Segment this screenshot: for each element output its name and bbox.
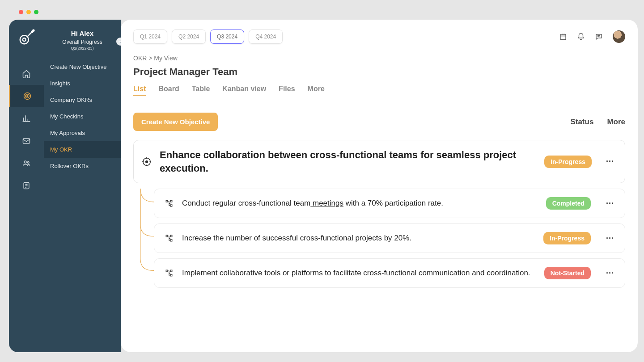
quarter-tab-q3[interactable]: Q3 2024 bbox=[210, 29, 244, 44]
topbar: Q1 2024 Q2 2024 Q3 2024 Q4 2024 bbox=[133, 29, 625, 44]
svg-rect-31 bbox=[166, 236, 168, 237]
svg-rect-35 bbox=[170, 270, 172, 272]
svg-rect-34 bbox=[166, 270, 168, 272]
kr-more-icon[interactable]: ··· bbox=[606, 269, 614, 278]
side-item-rollover-okrs[interactable]: Rollover OKRs bbox=[44, 158, 121, 174]
kr-text: Implement collaborative tools or platfor… bbox=[182, 269, 535, 278]
svg-point-5 bbox=[33, 30, 34, 31]
hierarchy-icon bbox=[165, 234, 173, 242]
progress-label: Overall Progress bbox=[47, 39, 117, 45]
side-item-my-approvals[interactable]: My Approvals bbox=[44, 125, 121, 141]
app-logo-icon[interactable] bbox=[17, 28, 36, 47]
svg-point-0 bbox=[20, 35, 29, 44]
calendar-icon[interactable] bbox=[559, 33, 567, 41]
app-root: Hi Alex Overall Progress Q2(2022-23) Cre… bbox=[9, 20, 638, 352]
create-objective-button[interactable]: Create New Objective bbox=[133, 113, 218, 131]
svg-rect-28 bbox=[166, 201, 168, 202]
bell-icon[interactable] bbox=[577, 33, 585, 41]
main: Q1 2024 Q2 2024 Q3 2024 Q4 2024 OKR > My… bbox=[121, 20, 638, 352]
side-list: Create New Objective Insights Company OK… bbox=[44, 59, 121, 174]
key-results: Conduct regular cross-functional team me… bbox=[154, 189, 625, 288]
view-tab-kanban[interactable]: Kanban view bbox=[222, 85, 266, 96]
dot-maximize-icon bbox=[34, 10, 38, 14]
kr-pre: Increase the number of successful cross-… bbox=[182, 234, 411, 242]
svg-point-4 bbox=[31, 31, 33, 33]
quarter-tab-q2[interactable]: Q2 2024 bbox=[172, 29, 206, 44]
actions-row: Create New Objective Status More bbox=[133, 113, 625, 131]
breadcrumb-leaf[interactable]: My View bbox=[154, 55, 178, 62]
svg-rect-16 bbox=[560, 34, 566, 40]
actions-right: Status More bbox=[570, 118, 625, 126]
kr-pre: Conduct regular cross-functional team bbox=[182, 199, 310, 207]
chat-icon[interactable] bbox=[595, 33, 603, 41]
column-more[interactable]: More bbox=[607, 118, 625, 126]
content: Enhance collaboration between cross-func… bbox=[133, 140, 625, 288]
view-tab-files[interactable]: Files bbox=[279, 85, 295, 96]
kr-ul: meetings bbox=[310, 199, 343, 207]
breadcrumb-root[interactable]: OKR bbox=[133, 55, 147, 62]
kr-more-icon[interactable]: ··· bbox=[606, 199, 614, 208]
kr-card[interactable]: Implement collaborative tools or platfor… bbox=[154, 258, 625, 288]
top-icons bbox=[559, 30, 625, 43]
rail-team-icon[interactable] bbox=[9, 152, 44, 174]
objective-more-icon[interactable]: ··· bbox=[606, 157, 614, 166]
side-item-company-okrs[interactable]: Company OKRs bbox=[44, 92, 121, 108]
kr-text: Increase the number of successful cross-… bbox=[182, 234, 534, 243]
svg-rect-30 bbox=[170, 205, 172, 206]
objective-title: Enhance collaboration between cross-func… bbox=[160, 148, 536, 175]
rail-home-icon[interactable] bbox=[9, 63, 44, 85]
svg-rect-33 bbox=[170, 240, 172, 241]
side-item-my-checkins[interactable]: My Checkins bbox=[44, 108, 121, 125]
kr-text: Conduct regular cross-functional team me… bbox=[182, 199, 537, 208]
kr-pre: Implement collaborative tools or platfor… bbox=[182, 269, 530, 277]
connector-lines-icon bbox=[140, 189, 154, 288]
kr-more-icon[interactable]: ··· bbox=[606, 234, 614, 243]
dot-close-icon bbox=[19, 10, 23, 14]
kr-post: with a 70% participation rate. bbox=[343, 199, 443, 207]
icon-rail bbox=[9, 20, 44, 352]
view-tabs: List Board Table Kanban view Files More bbox=[133, 85, 625, 96]
svg-point-10 bbox=[24, 161, 26, 163]
svg-rect-9 bbox=[23, 139, 30, 143]
view-tab-board[interactable]: Board bbox=[158, 85, 179, 96]
rail-analytics-icon[interactable] bbox=[9, 107, 44, 130]
rail-okr-icon[interactable] bbox=[9, 85, 44, 107]
side-item-create-objective[interactable]: Create New Objective bbox=[44, 59, 121, 75]
page-title: Project Manager Team bbox=[133, 66, 625, 78]
side-item-insights[interactable]: Insights bbox=[44, 75, 121, 92]
dot-minimize-icon bbox=[26, 10, 31, 14]
greeting: Hi Alex bbox=[47, 29, 117, 37]
view-tab-more[interactable]: More bbox=[308, 85, 325, 96]
hierarchy-icon bbox=[165, 269, 173, 277]
rail-tasks-icon[interactable] bbox=[9, 174, 44, 197]
kr-card[interactable]: Increase the number of successful cross-… bbox=[154, 223, 625, 253]
side-panel: Hi Alex Overall Progress Q2(2022-23) Cre… bbox=[44, 20, 121, 352]
status-badge: Completed bbox=[546, 197, 591, 210]
status-badge: In-Progress bbox=[544, 156, 592, 168]
svg-rect-32 bbox=[170, 236, 172, 237]
side-header: Hi Alex Overall Progress Q2(2022-23) bbox=[44, 20, 121, 57]
svg-point-11 bbox=[27, 162, 29, 164]
progress-period: Q2(2022-23) bbox=[47, 46, 117, 51]
objective-card[interactable]: Enhance collaboration between cross-func… bbox=[133, 140, 625, 183]
status-badge: In-Progress bbox=[543, 232, 591, 244]
column-status[interactable]: Status bbox=[570, 118, 593, 126]
breadcrumb: OKR > My View bbox=[133, 55, 625, 62]
kr-card[interactable]: Conduct regular cross-functional team me… bbox=[154, 189, 625, 218]
view-tab-list[interactable]: List bbox=[133, 85, 146, 96]
view-tab-table[interactable]: Table bbox=[192, 85, 210, 96]
svg-point-23 bbox=[146, 160, 148, 163]
status-badge: Not-Started bbox=[544, 267, 591, 279]
svg-rect-29 bbox=[170, 201, 172, 202]
svg-point-8 bbox=[26, 96, 28, 97]
side-item-my-okr[interactable]: My OKR bbox=[44, 141, 121, 158]
quarter-tabs: Q1 2024 Q2 2024 Q3 2024 Q4 2024 bbox=[133, 29, 283, 44]
hierarchy-icon bbox=[165, 199, 173, 207]
quarter-tab-q4[interactable]: Q4 2024 bbox=[249, 29, 283, 44]
target-icon bbox=[142, 157, 152, 167]
svg-rect-36 bbox=[170, 274, 172, 276]
svg-point-1 bbox=[23, 38, 26, 41]
rail-mail-icon[interactable] bbox=[9, 130, 44, 152]
avatar[interactable] bbox=[613, 30, 625, 43]
quarter-tab-q1[interactable]: Q1 2024 bbox=[133, 29, 167, 44]
